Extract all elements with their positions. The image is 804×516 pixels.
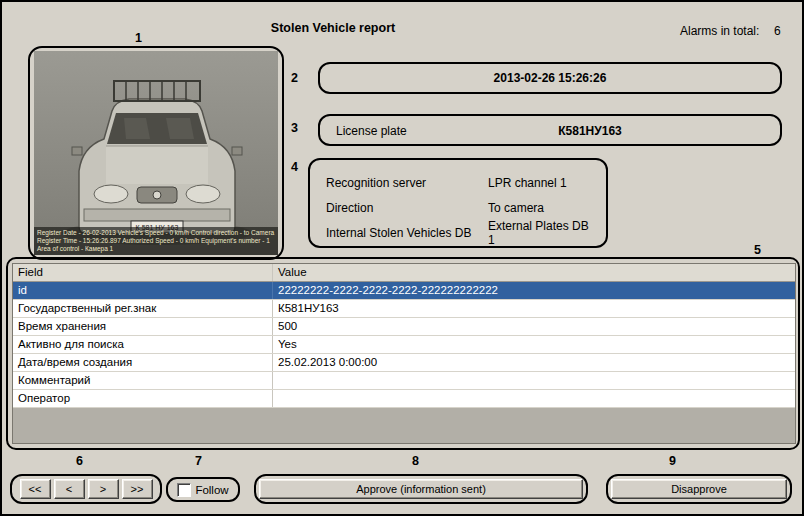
- value-cell[interactable]: К581НУ163: [273, 300, 795, 317]
- photo-overlay-line3: Area of control - Камера 1: [37, 245, 275, 253]
- table-row-creation-date[interactable]: Дата/время создания 25.02.2013 0:00:00: [13, 354, 795, 372]
- recognition-details: Recognition server LPR channel 1 Directi…: [326, 170, 596, 245]
- callout-number-4: 4: [291, 160, 298, 174]
- vehicle-photo-image: К 581 НУ 163: [34, 51, 278, 255]
- table-row-reg-number[interactable]: Государственный рег.знак К581НУ163: [13, 300, 795, 318]
- detail-row-direction: Direction To camera: [326, 195, 596, 220]
- alarms-total-count: 6: [774, 24, 781, 38]
- navigation-box: << < > >>: [10, 474, 162, 504]
- detail-row-server: Recognition server LPR channel 1: [326, 170, 596, 195]
- callout-number-8: 8: [412, 454, 419, 468]
- callout-number-5: 5: [754, 243, 761, 257]
- callout-number-1: 1: [135, 31, 142, 45]
- field-cell[interactable]: id: [13, 282, 273, 299]
- field-cell[interactable]: Комментарий: [13, 372, 273, 389]
- disapprove-box: Disapprove: [606, 474, 792, 504]
- value-cell[interactable]: [273, 372, 795, 389]
- approve-button[interactable]: Approve (information sent): [259, 479, 583, 499]
- disapprove-button[interactable]: Disapprove: [611, 479, 787, 499]
- page-title: Stolen Vehicle report: [2, 21, 664, 35]
- stolen-vehicle-report-window: Stolen Vehicle report Alarms in total: 6…: [0, 0, 804, 516]
- recognition-server-label: Recognition server: [326, 176, 488, 190]
- vehicle-photo: К 581 НУ 163 Register Date - 26-02-2013 …: [34, 51, 278, 255]
- value-cell[interactable]: 500: [273, 318, 795, 335]
- stolen-db-value: External Plates DB 1: [488, 219, 596, 247]
- next-record-button[interactable]: >: [88, 479, 119, 499]
- direction-label: Direction: [326, 201, 488, 215]
- table-row-active-for-search[interactable]: Активно для поиска Yes: [13, 336, 795, 354]
- photo-overlay-line1: Register Date - 26-02-2013 Vehicle's Spe…: [37, 229, 275, 237]
- license-plate-value: К581НУ163: [440, 124, 740, 138]
- follow-label: Follow: [195, 484, 228, 496]
- first-record-button[interactable]: <<: [20, 479, 51, 499]
- recognition-server-value: LPR channel 1: [488, 176, 596, 190]
- capture-datetime: 2013-02-26 15:26:26: [494, 71, 607, 85]
- table-row-comment[interactable]: Комментарий: [13, 372, 795, 390]
- callout-number-9: 9: [669, 454, 676, 468]
- column-header-value[interactable]: Value: [273, 264, 795, 281]
- callout-number-2: 2: [291, 71, 298, 85]
- follow-box: Follow: [166, 477, 240, 502]
- field-cell[interactable]: Время хранения: [13, 318, 273, 335]
- field-cell[interactable]: Дата/время создания: [13, 354, 273, 371]
- follow-checkbox[interactable]: [177, 483, 191, 497]
- photo-overlay-line2: Register Time - 15:26:26.897 Authorized …: [37, 237, 275, 245]
- field-cell[interactable]: Государственный рег.знак: [13, 300, 273, 317]
- field-cell[interactable]: Оператор: [13, 390, 273, 407]
- previous-record-button[interactable]: <: [54, 479, 85, 499]
- license-plate-label: License plate: [336, 124, 407, 138]
- approve-box: Approve (information sent): [254, 474, 588, 504]
- table-row-storage-time[interactable]: Время хранения 500: [13, 318, 795, 336]
- table-row-operator[interactable]: Оператор: [13, 390, 795, 408]
- license-plate-box: License plate К581НУ163: [318, 114, 782, 146]
- alarms-total-label: Alarms in total:: [680, 24, 759, 38]
- detail-row-database: Internal Stolen Vehicles DB External Pla…: [326, 220, 596, 245]
- direction-value: To camera: [488, 201, 596, 215]
- table-header-row: Field Value: [13, 264, 795, 282]
- column-header-field[interactable]: Field: [13, 264, 273, 281]
- callout-number-7: 7: [195, 454, 202, 468]
- callout-number-6: 6: [76, 454, 83, 468]
- record-table: Field Value id 22222222-2222-2222-2222-2…: [12, 263, 796, 444]
- callout-number-3: 3: [291, 121, 298, 135]
- value-cell[interactable]: [273, 390, 795, 407]
- photo-metadata-overlay: Register Date - 26-02-2013 Vehicle's Spe…: [34, 227, 278, 255]
- last-record-button[interactable]: >>: [122, 479, 153, 499]
- recognition-details-box: Recognition server LPR channel 1 Directi…: [308, 158, 608, 248]
- value-cell[interactable]: Yes: [273, 336, 795, 353]
- value-cell[interactable]: 25.02.2013 0:00:00: [273, 354, 795, 371]
- value-cell[interactable]: 22222222-2222-2222-2222-222222222222: [273, 282, 795, 299]
- capture-datetime-box: 2013-02-26 15:26:26: [318, 62, 782, 94]
- stolen-db-label: Internal Stolen Vehicles DB: [326, 226, 488, 240]
- field-cell[interactable]: Активно для поиска: [13, 336, 273, 353]
- table-row-id[interactable]: id 22222222-2222-2222-2222-222222222222: [13, 282, 795, 300]
